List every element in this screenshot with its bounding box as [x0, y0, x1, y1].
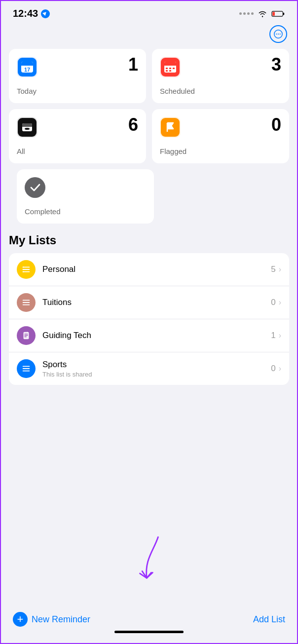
status-bar: 12:43 [1, 1, 297, 23]
sports-chevron: › [279, 364, 281, 373]
svg-text:17: 17 [24, 67, 30, 73]
status-time: 12:43 [13, 8, 50, 19]
svg-rect-10 [21, 64, 33, 66]
lists-container: Personal 5 › Tuitions 0 › [9, 253, 289, 385]
svg-rect-39 [24, 335, 28, 336]
svg-point-5 [278, 34, 279, 35]
today-count: 1 [128, 56, 138, 74]
personal-right: 5 › [271, 265, 281, 274]
bottom-bar: + New Reminder Add List [1, 606, 297, 643]
guiding-tech-count: 1 [271, 331, 275, 341]
sports-subtitle: This list is shared [42, 371, 271, 378]
scheduled-label: Scheduled [160, 87, 281, 95]
my-lists-title: My Lists [9, 233, 289, 247]
list-item-tuitions[interactable]: Tuitions 0 › [9, 286, 289, 319]
flagged-icon [160, 117, 181, 138]
svg-rect-2 [283, 12, 284, 15]
svg-rect-15 [164, 64, 176, 66]
list-item-guiding-tech[interactable]: Guiding Tech 1 › [9, 319, 289, 352]
svg-point-4 [276, 34, 277, 35]
signal-dot-1 [239, 12, 242, 15]
svg-rect-32 [23, 269, 24, 270]
svg-rect-16 [166, 68, 168, 69]
personal-icon [17, 260, 36, 279]
all-icon [17, 117, 37, 138]
guiding-tech-icon [17, 326, 36, 345]
wifi-icon [258, 10, 267, 17]
personal-info: Personal [42, 265, 271, 274]
sports-info: Sports This list is shared [42, 360, 271, 378]
flagged-label: Flagged [160, 147, 281, 155]
more-icon [274, 30, 283, 38]
svg-rect-17 [169, 68, 171, 69]
arrow-svg [124, 532, 174, 592]
tuitions-icon [17, 293, 36, 312]
sports-right: 0 › [271, 364, 281, 374]
svg-rect-41 [23, 366, 30, 367]
list-item-personal[interactable]: Personal 5 › [9, 253, 289, 286]
tuitions-name: Tuitions [42, 298, 271, 307]
scheduled-card[interactable]: 3 Scheduled [152, 49, 289, 103]
personal-count: 5 [271, 265, 275, 274]
today-card[interactable]: 17 1 Today [9, 49, 146, 103]
personal-name: Personal [42, 265, 271, 274]
svg-rect-19 [166, 70, 168, 72]
svg-rect-24 [22, 125, 32, 127]
my-lists-section: My Lists Personal 5 › [1, 233, 297, 385]
all-count: 6 [128, 116, 138, 134]
guiding-tech-right: 1 › [271, 331, 281, 341]
sports-icon [17, 359, 36, 378]
flagged-count: 0 [271, 116, 281, 134]
svg-rect-18 [173, 68, 175, 69]
completed-label: Completed [25, 207, 146, 216]
tuitions-count: 0 [271, 298, 275, 307]
svg-rect-42 [23, 368, 30, 369]
signal-dot-4 [251, 12, 254, 15]
svg-point-25 [25, 128, 30, 130]
svg-rect-33 [23, 271, 24, 272]
home-indicator [114, 631, 184, 633]
svg-rect-43 [23, 371, 30, 372]
svg-rect-38 [24, 334, 28, 334]
personal-chevron: › [279, 265, 281, 274]
bottom-actions: + New Reminder Add List [13, 612, 285, 627]
svg-point-27 [25, 177, 45, 198]
new-reminder-label: New Reminder [32, 614, 90, 625]
guiding-tech-chevron: › [279, 331, 281, 340]
status-right [239, 10, 285, 17]
completed-card[interactable]: Completed [17, 169, 154, 224]
svg-rect-1 [272, 12, 275, 15]
completed-row: Completed [1, 169, 297, 224]
svg-rect-40 [24, 337, 27, 337]
all-label: All [17, 147, 138, 155]
signal-dot-2 [243, 12, 246, 15]
tuitions-info: Tuitions [42, 298, 271, 307]
sports-count: 0 [271, 364, 275, 374]
svg-point-6 [280, 34, 281, 35]
flagged-card[interactable]: 0 Flagged [152, 109, 289, 163]
scheduled-icon [160, 57, 181, 77]
guiding-tech-name: Guiding Tech [42, 331, 271, 341]
new-reminder-button[interactable]: + New Reminder [13, 612, 90, 627]
svg-rect-34 [23, 300, 30, 301]
time-label: 12:43 [13, 8, 38, 19]
sports-name: Sports [42, 360, 271, 370]
svg-rect-20 [169, 70, 171, 72]
signal-dot-3 [247, 12, 250, 15]
tuitions-right: 0 › [271, 298, 281, 307]
guiding-tech-info: Guiding Tech [42, 331, 271, 341]
list-item-sports[interactable]: Sports This list is shared 0 › [9, 352, 289, 385]
add-list-button[interactable]: Add List [253, 614, 285, 625]
scheduled-count: 3 [271, 56, 281, 74]
arrow-annotation [124, 532, 174, 594]
completed-icon [25, 177, 45, 198]
all-card[interactable]: 6 All [9, 109, 146, 163]
smart-lists-grid: 17 1 Today 3 Scheduled [1, 49, 297, 163]
signal-dots [239, 12, 254, 15]
location-icon [41, 9, 50, 18]
more-button[interactable] [269, 25, 287, 43]
svg-rect-35 [23, 302, 30, 303]
svg-rect-31 [23, 267, 24, 268]
tuitions-chevron: › [279, 298, 281, 307]
svg-rect-36 [23, 304, 30, 305]
